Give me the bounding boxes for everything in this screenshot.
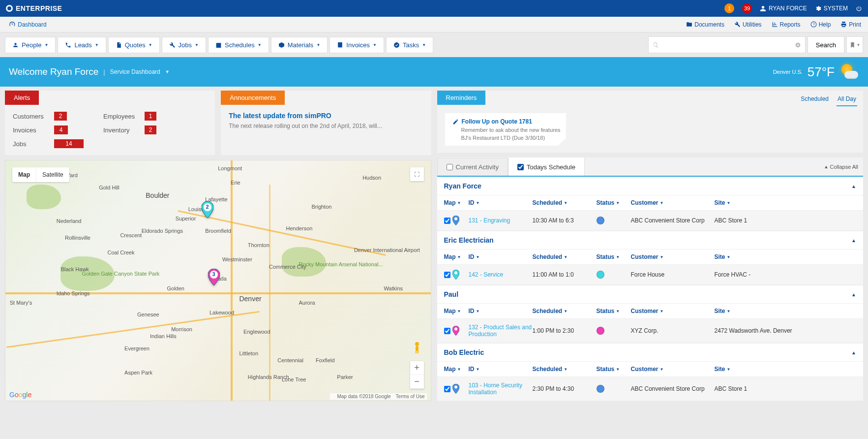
job-link[interactable]: 142 - Service xyxy=(469,271,504,278)
help-link[interactable]: ?Help xyxy=(810,21,831,28)
col-site[interactable]: Site▼ xyxy=(715,308,857,314)
job-link[interactable]: 131 - Engraving xyxy=(469,217,510,224)
power-button[interactable] xyxy=(856,5,862,12)
alert-row[interactable]: Employees1 xyxy=(103,112,156,121)
search-box[interactable] xyxy=(648,36,806,53)
person-header[interactable]: Bob Electric▲ xyxy=(437,343,864,361)
todays-schedule-checkbox[interactable] xyxy=(517,164,524,170)
col-scheduled[interactable]: Scheduled▼ xyxy=(533,366,597,373)
col-status[interactable]: Status▼ xyxy=(597,308,631,314)
reminders-tab-scheduled[interactable]: Scheduled xyxy=(800,94,830,106)
map-pin[interactable]: 2 xyxy=(202,201,213,218)
col-id[interactable]: ID▼ xyxy=(469,366,533,373)
alert-row[interactable]: Inventory2 xyxy=(103,125,156,134)
map-tab-map[interactable]: Map xyxy=(12,167,36,182)
col-map[interactable]: Map▼ xyxy=(444,308,469,314)
chevron-down-icon[interactable]: ▼ xyxy=(165,69,170,74)
col-id[interactable]: ID▼ xyxy=(469,199,533,206)
tab-current-activity[interactable]: Current Activity xyxy=(437,158,508,176)
search-input[interactable] xyxy=(659,41,795,49)
map-zoom-in[interactable]: + xyxy=(410,361,424,375)
nav-tasks[interactable]: Tasks▼ xyxy=(386,37,433,53)
alert-row[interactable]: Jobs14 xyxy=(13,139,84,148)
col-customer[interactable]: Customer▼ xyxy=(631,253,715,260)
col-customer[interactable]: Customer▼ xyxy=(631,308,715,314)
nav-invoices[interactable]: Invoices▼ xyxy=(329,37,384,53)
person-header[interactable]: Eric Electrician▲ xyxy=(437,231,864,249)
dashboard-icon xyxy=(9,21,15,28)
system-menu[interactable]: SYSTEM xyxy=(815,5,848,12)
announcement-headline[interactable]: The latest update from simPRO xyxy=(229,112,423,120)
schedule-row[interactable]: 142 - Service 11:00 AM to 1:0 Force Hous… xyxy=(437,265,864,285)
col-scheduled[interactable]: Scheduled▼ xyxy=(533,199,597,206)
nav-materials[interactable]: Materials▼ xyxy=(271,37,328,53)
tab-todays-schedule[interactable]: Todays Schedule xyxy=(508,157,585,176)
col-site[interactable]: Site▼ xyxy=(715,199,857,206)
col-id[interactable]: ID▼ xyxy=(469,308,533,314)
reminders-tab-allday[interactable]: All Day xyxy=(837,94,857,106)
nav-jobs[interactable]: Jobs▼ xyxy=(162,37,206,53)
bookmark-button[interactable]: ▼ xyxy=(846,36,863,53)
col-customer[interactable]: Customer▼ xyxy=(631,366,715,373)
nav-leads[interactable]: Leads▼ xyxy=(58,37,106,53)
col-map[interactable]: Map▼ xyxy=(444,253,469,260)
alert-row[interactable]: Customers2 xyxy=(13,112,84,121)
nav-people[interactable]: People▼ xyxy=(5,37,56,53)
dashboard-link[interactable]: Dashboard xyxy=(9,21,47,28)
collapse-icon[interactable]: ▲ xyxy=(851,184,856,189)
col-scheduled[interactable]: Scheduled▼ xyxy=(533,308,597,314)
map-city-label: Lakewood xyxy=(210,310,234,315)
row-checkbox[interactable] xyxy=(444,328,450,334)
collapse-icon[interactable]: ▲ xyxy=(851,238,856,243)
col-status[interactable]: Status▼ xyxy=(597,366,631,373)
map-widget[interactable]: DenverBoulderArvadaLakewoodAuroraWestmin… xyxy=(5,160,431,401)
col-map[interactable]: Map▼ xyxy=(444,366,469,373)
map-pegman[interactable] xyxy=(412,342,422,354)
row-checkbox[interactable] xyxy=(444,272,450,278)
clear-icon[interactable] xyxy=(795,42,801,48)
map-terms-link[interactable]: Terms of Use xyxy=(396,394,425,399)
person-header[interactable]: Ryan Force▲ xyxy=(437,177,864,195)
reports-link[interactable]: Reports xyxy=(772,21,801,28)
nav-schedules[interactable]: Schedules▼ xyxy=(208,37,269,53)
print-link[interactable]: Print xyxy=(840,21,861,28)
col-status[interactable]: Status▼ xyxy=(597,199,631,206)
notification-badge-red[interactable]: 39 xyxy=(742,3,752,13)
reminder-note[interactable]: Follow Up on Quote 1781 Remember to ask … xyxy=(445,113,567,146)
col-map[interactable]: Map▼ xyxy=(444,199,469,206)
current-activity-checkbox[interactable] xyxy=(447,164,453,170)
map-type-toggle[interactable]: Map Satellite xyxy=(12,167,69,182)
col-id[interactable]: ID▼ xyxy=(469,253,533,260)
welcome-subtitle[interactable]: Service Dashboard xyxy=(110,68,160,75)
person-header[interactable]: Paul▲ xyxy=(437,285,864,303)
col-site[interactable]: Site▼ xyxy=(715,253,857,260)
search-button[interactable]: Search xyxy=(808,36,844,53)
nav-quotes[interactable]: Quotes▼ xyxy=(108,37,160,53)
col-status[interactable]: Status▼ xyxy=(597,253,631,260)
alert-row[interactable]: Invoices4 xyxy=(13,125,84,134)
map-city-label: Rollinsville xyxy=(65,235,90,241)
col-scheduled[interactable]: Scheduled▼ xyxy=(533,253,597,260)
collapse-all-button[interactable]: ▲Collapse All xyxy=(819,164,863,170)
collapse-icon[interactable]: ▲ xyxy=(851,350,856,355)
documents-link[interactable]: Documents xyxy=(686,21,724,28)
map-zoom-out[interactable]: − xyxy=(410,375,424,389)
row-checkbox[interactable] xyxy=(444,386,450,392)
schedule-row[interactable]: 103 - Home Security Installation 2:30 PM… xyxy=(437,377,864,401)
map-fullscreen-button[interactable]: ⛶ xyxy=(410,167,424,181)
col-customer[interactable]: Customer▼ xyxy=(631,199,715,206)
map-tab-satellite[interactable]: Satellite xyxy=(36,167,69,182)
row-checkbox[interactable] xyxy=(444,218,450,224)
collapse-icon[interactable]: ▲ xyxy=(851,292,856,297)
job-link[interactable]: 132 - Product Sales and Production xyxy=(469,324,533,338)
user-menu[interactable]: RYAN FORCE xyxy=(760,5,807,12)
schedule-row[interactable]: 131 - Engraving 10:30 AM to 6:3 ABC Conv… xyxy=(437,211,864,231)
job-link[interactable]: 103 - Home Security Installation xyxy=(469,382,533,396)
schedule-row[interactable]: 132 - Product Sales and Production 1:00 … xyxy=(437,319,864,343)
map-pin[interactable]: 3 xyxy=(208,269,220,285)
google-logo: Google xyxy=(9,391,31,399)
notification-badge-orange[interactable]: 1 xyxy=(724,3,734,13)
utilities-link[interactable]: Utilities xyxy=(734,21,762,28)
brand-logo[interactable]: ENTERPRISE xyxy=(6,4,62,12)
col-site[interactable]: Site▼ xyxy=(715,366,857,373)
